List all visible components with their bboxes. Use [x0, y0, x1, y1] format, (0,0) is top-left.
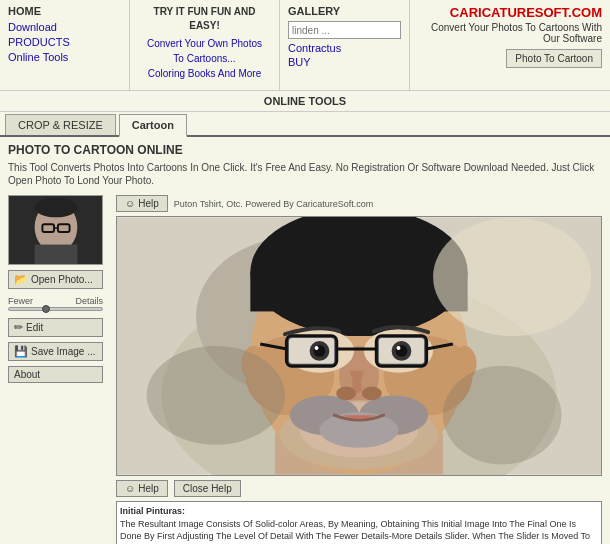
help-icon: ☺ — [125, 198, 135, 209]
powered-by-text: Puton Tshirt, Otc. Powered By Caricature… — [174, 199, 602, 209]
controls-sidebar: 📂 Open Photo... Fewer Details ✏ Edit — [8, 195, 108, 544]
contractus-link[interactable]: Contractus — [288, 42, 401, 54]
open-photo-label: Open Photo... — [31, 274, 93, 285]
svg-point-39 — [362, 386, 382, 400]
save-label: Save Image ... — [31, 346, 95, 357]
online-tools-label: ONLINE TOOLS — [264, 95, 346, 107]
to-cartoons-link[interactable]: To Cartoons... — [138, 52, 271, 66]
nav-right: CARICATURESOFT.COM Convert Your Photos T… — [410, 0, 610, 90]
gallery-search-input[interactable] — [288, 21, 401, 39]
brand-title: CARICATURESOFT.COM — [418, 5, 602, 20]
nav-center: TRY IT FUN FUN AND EASY! Convert Your Ow… — [130, 0, 280, 90]
online-tools-bar: ONLINE TOOLS — [0, 90, 610, 111]
nav-top: HOME Download PRODUCTS Online Tools TRY … — [0, 0, 610, 90]
canvas-area: ☺ Help Puton Tshirt, Otc. Powered By Car… — [116, 195, 602, 544]
slider-labels: Fewer Details — [8, 296, 103, 306]
help-text-title: Initial Pinturas: — [120, 506, 185, 516]
open-photo-icon: 📂 — [14, 273, 28, 286]
top-bar: ☺ Help Puton Tshirt, Otc. Powered By Car… — [116, 195, 602, 212]
tabs-bar: CROP & RESIZE Cartoon — [0, 114, 610, 137]
slider-thumb[interactable] — [42, 305, 50, 313]
thumbnail-svg — [9, 196, 102, 264]
help-icon-2: ☺ — [125, 483, 135, 494]
help-text-area[interactable]: Initial Pinturas: The Resultant Image Co… — [116, 501, 602, 544]
header: HOME Download PRODUCTS Online Tools TRY … — [0, 0, 610, 112]
fewer-label: Fewer — [8, 296, 33, 306]
help-label-2: Help — [138, 483, 159, 494]
nav-gallery: GALLERY Contractus BUY — [280, 0, 410, 90]
coloring-books-link[interactable]: Coloring Books And More — [138, 67, 271, 81]
help-button[interactable]: ☺ Help — [116, 195, 168, 212]
svg-rect-2 — [35, 245, 78, 264]
svg-point-38 — [336, 386, 356, 400]
download-link[interactable]: Download — [8, 21, 121, 33]
page-description: This Tool Converts Photos Into Cartoons … — [8, 161, 602, 187]
svg-point-28 — [315, 346, 319, 350]
svg-point-43 — [147, 346, 285, 445]
about-label: About — [14, 369, 40, 380]
edit-label: Edit — [26, 322, 43, 333]
svg-point-44 — [443, 366, 562, 465]
photo-to-cartoon-button[interactable]: Photo To Cartoon — [506, 49, 602, 68]
main-canvas[interactable] — [116, 216, 602, 476]
svg-point-42 — [433, 218, 591, 337]
products-link[interactable]: PRODUCTS — [8, 36, 121, 48]
page-content: PHOTO TO CARTOON ONLINE This Tool Conver… — [0, 137, 610, 544]
svg-point-6 — [35, 198, 78, 217]
close-help-button[interactable]: Close Help — [174, 480, 241, 497]
about-button[interactable]: About — [8, 366, 103, 383]
detail-slider-area: Fewer Details — [8, 296, 103, 311]
home-label: HOME — [8, 5, 121, 17]
tab-crop-resize[interactable]: CROP & RESIZE — [5, 114, 116, 135]
nav-left: HOME Download PRODUCTS Online Tools — [0, 0, 130, 90]
more-label: Details — [75, 296, 103, 306]
bottom-controls: ☺ Help Close Help — [116, 480, 602, 497]
tool-area: 📂 Open Photo... Fewer Details ✏ Edit — [8, 195, 602, 544]
buy-link[interactable]: BUY — [288, 56, 401, 68]
convert-photos-link[interactable]: Convert Your Own Photos — [138, 37, 271, 51]
try-it-label: TRY IT FUN FUN AND EASY! — [138, 5, 271, 33]
brand-subtitle: Convert Your Photos To Cartoons With Our… — [418, 22, 602, 44]
help-label: Help — [138, 198, 159, 209]
help-text-body: The Resultant Image Consists Of Solid-co… — [120, 519, 590, 544]
online-tools-link[interactable]: Online Tools — [8, 51, 121, 63]
slider-track[interactable] — [8, 307, 103, 311]
save-image-button[interactable]: 💾 Save Image ... — [8, 342, 103, 361]
help-button-2[interactable]: ☺ Help — [116, 480, 168, 497]
thumbnail-preview — [8, 195, 103, 265]
edit-button[interactable]: ✏ Edit — [8, 318, 103, 337]
tab-cartoon[interactable]: Cartoon — [119, 114, 187, 137]
save-icon: 💾 — [14, 345, 28, 358]
edit-icon: ✏ — [14, 321, 23, 334]
svg-point-34 — [397, 346, 401, 350]
nav-center-links: Convert Your Own Photos To Cartoons... C… — [138, 37, 271, 81]
open-photo-button[interactable]: 📂 Open Photo... — [8, 270, 103, 289]
page-title: PHOTO TO CARTOON ONLINE — [8, 143, 602, 157]
gallery-title: GALLERY — [288, 5, 401, 17]
cartoon-svg — [117, 217, 601, 475]
